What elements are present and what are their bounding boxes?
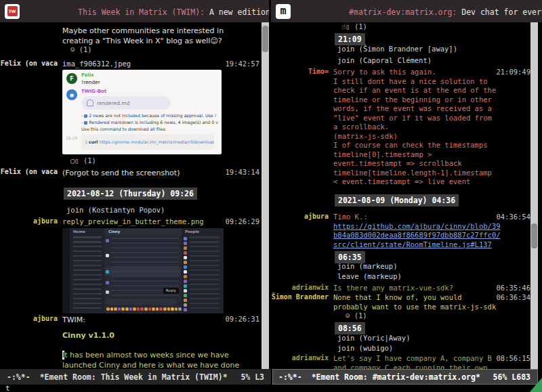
- message-line: (Forgot to send the screenshot): [62, 168, 180, 178]
- message-link[interactable]: src/client/state/RoomTimeline.js#L137: [333, 240, 492, 250]
- join-leave-event: join (wubigo): [337, 344, 393, 353]
- message-link[interactable]: b84a083d002deaa8f86689f97dbb887c27ffc0/: [333, 231, 501, 240]
- modeline-position: 56% L683: [493, 372, 530, 382]
- sender-nick[interactable]: Timo=: [271, 68, 329, 75]
- message-line: < event.timestampt => live event: [333, 177, 470, 187]
- message-line: timeline or the beginning or in other: [333, 95, 492, 105]
- code-url: https://gnome.modular.im/_matrix/media/r…: [100, 139, 214, 144]
- minibuffer-echo-area[interactable]: t: [0, 385, 542, 392]
- message-avatar: [106, 239, 109, 242]
- info-line: Use this command to download all files:: [81, 127, 167, 131]
- message-line: TWIM:: [62, 315, 85, 325]
- emoji-dot: [140, 307, 144, 311]
- attachment-filename: rendered.md: [97, 100, 129, 106]
- scrollbar-thumb-left[interactable]: [262, 26, 268, 52]
- member-avatar: [184, 289, 187, 292]
- timestamp: 08:56:15: [442, 354, 530, 362]
- scrollbar-thumb-right[interactable]: [531, 223, 537, 248]
- modeline-position: 5% L3: [241, 372, 264, 382]
- emoji-dot: [148, 307, 152, 311]
- message-line: timeline[timeline.length-1].timestamp: [333, 169, 492, 178]
- emoji-dot: [118, 307, 121, 311]
- attachment-image-cinny-screenshot[interactable]: Home Cinny Reply People: [62, 228, 224, 313]
- emoji-dot: [175, 307, 178, 311]
- message-line: launched Cinny and here is what we have …: [62, 360, 239, 369]
- text-cursor: I: [62, 351, 64, 360]
- members-title: People: [182, 228, 224, 235]
- modeline-twim: -:%*- *Ement Room: This Week in Matrix (…: [0, 369, 271, 385]
- felix-avatar: F: [66, 73, 77, 84]
- message-line: I still dont have a nice solution to: [333, 77, 488, 87]
- paperclip-icon: [87, 100, 93, 106]
- message-line: ima_f906312.jpeg: [62, 60, 131, 69]
- echo-text: t: [5, 384, 10, 392]
- message-avatar: [106, 254, 109, 257]
- join-leave-event: join (Caporal Clément): [337, 56, 432, 66]
- message-line: check if an event is at the end of the: [333, 86, 496, 95]
- join-leave-event: join (Yoric|Away): [337, 334, 410, 343]
- member-avatar: [184, 237, 187, 240]
- reaction-pill[interactable]: ☺ (1): [70, 45, 92, 53]
- sender-nick[interactable]: adrianwix: [271, 354, 329, 362]
- modeline-matrix-dev: -:%*- *Ement Room: #matrix-dev:matrix.or…: [272, 369, 538, 385]
- member-avatar: [184, 299, 187, 302]
- reply-tooltip: Reply: [163, 288, 179, 294]
- emoji-dot: [163, 307, 167, 311]
- reaction-pill[interactable]: ☺ (1): [346, 311, 367, 320]
- emoji-dot: [171, 307, 174, 311]
- scrollbar-left[interactable]: [262, 22, 269, 369]
- message-time: 16:25: [66, 135, 77, 140]
- scrollbar-right[interactable]: [530, 22, 538, 369]
- member-avatar: [184, 261, 187, 264]
- emoji-dot: [106, 307, 110, 311]
- timestamp: 19:42:57: [171, 60, 259, 68]
- cinny-message-input: [106, 299, 176, 305]
- member-avatar: [184, 308, 187, 311]
- member-avatar: [184, 251, 187, 255]
- reaction-pill[interactable]: ☝▯ (1): [341, 22, 367, 30]
- sender-nick[interactable]: ajbura: [271, 213, 329, 220]
- reaction-pill[interactable]: ◯▯ (1): [70, 156, 96, 165]
- emoji-dot: [110, 307, 114, 311]
- corner-grip-icon: [530, 378, 542, 392]
- message-line: Timo K.:: [333, 213, 368, 222]
- sender-name: Felix: [81, 72, 94, 78]
- join-leave-event: leave (markeup): [337, 272, 402, 282]
- cinny-member-list: People: [182, 228, 224, 313]
- timestamp: 19:43:14: [171, 168, 259, 176]
- emoji-dot: [114, 307, 117, 311]
- emoji-dot: [167, 307, 171, 311]
- member-avatar: [184, 284, 187, 288]
- info-line: -2 news are not included because of miss…: [81, 113, 216, 118]
- timestamp: 04:36:54: [442, 213, 530, 221]
- info-line: -Rendered markdown is including 6 news, …: [81, 120, 218, 125]
- sender-nick[interactable]: adrianwix: [271, 284, 329, 291]
- emoji-dot: [152, 307, 155, 311]
- message-line: and company C each running their own: [333, 364, 488, 370]
- attachment-image-rendered-md-screenshot[interactable]: F Felix !render ◉ TWIG-Bot rendered.md -…: [62, 70, 222, 154]
- sender-nick[interactable]: ajbura: [0, 315, 58, 322]
- message-link[interactable]: https://github.com/ajbura/cinny/blob/39: [333, 222, 501, 232]
- modeline-buffer-name: *Ement Room: #matrix-dev:matrix.org*: [312, 372, 480, 382]
- message-line: Sorry to ask this again.: [333, 68, 436, 77]
- sender-nick[interactable]: Felix (on vaca: [0, 168, 58, 175]
- message-line: a scrollback.: [333, 123, 389, 132]
- sidebar-title: Home: [70, 228, 104, 235]
- attachment-pill: rendered.md: [81, 96, 171, 110]
- cinny-space-rail: [62, 228, 70, 313]
- emoji-dot: [144, 307, 148, 311]
- sender-nick[interactable]: Šimon Brandner: [271, 293, 329, 301]
- emoji-dot: [178, 307, 182, 311]
- member-avatar: [184, 275, 187, 278]
- date-header: 2021-08-09 (Monday) 04:36: [335, 194, 459, 206]
- message-line: creating a "This Week in X" blog as well…: [62, 36, 222, 46]
- message-line: "live" event or if it was loaded from: [333, 114, 492, 123]
- message-line: Is there any matrix-vue-sdk?: [333, 284, 453, 293]
- sender-nick[interactable]: ajbura: [0, 217, 58, 225]
- member-avatar: [184, 303, 187, 307]
- emoji-dot: [156, 307, 159, 311]
- message-line: Cinny v1.1.0: [62, 330, 114, 341]
- code-block: 1 curl https://gnome.modular.im/_matrix/…: [81, 134, 214, 150]
- sender-nick[interactable]: Felix (on vaca: [0, 60, 58, 67]
- message-line: Maybe other communities are interested i…: [62, 26, 224, 36]
